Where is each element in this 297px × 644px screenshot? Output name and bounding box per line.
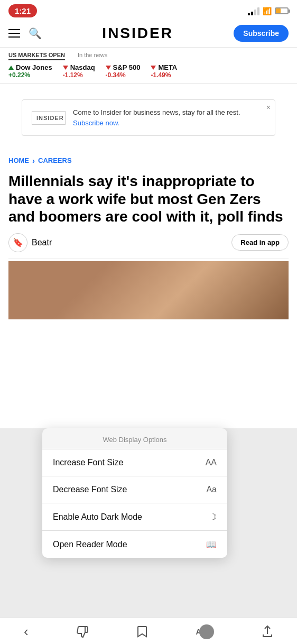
moon-icon: ☽ xyxy=(209,512,217,522)
ticker-dow-change: +0.22% xyxy=(8,71,30,79)
ad-subscribe-link[interactable]: Subscribe now. xyxy=(73,119,119,127)
article-image-placeholder xyxy=(8,261,289,319)
menu-button[interactable] xyxy=(8,29,20,38)
arrow-up-icon xyxy=(8,66,14,70)
ticker-sp500-change: -0.34% xyxy=(106,71,126,79)
article-image xyxy=(8,261,289,319)
reader-mode-item[interactable]: Open Reader Mode 📖 xyxy=(42,531,227,558)
web-display-menu: Web Display Options Increase Font Size A… xyxy=(42,428,227,558)
arrow-down-icon xyxy=(63,66,68,70)
wifi-icon: 📶 xyxy=(263,7,272,15)
decrease-font-size-label: Decrease Font Size xyxy=(53,485,127,494)
ad-banner: × INSIDER Come to Insider for business n… xyxy=(22,99,275,136)
arrow-down-icon-meta xyxy=(151,66,156,70)
subscribe-button[interactable]: Subscribe xyxy=(234,25,289,42)
thumbs-down-button[interactable] xyxy=(71,625,94,638)
search-icon[interactable]: 🔍 xyxy=(29,27,42,40)
ticker-dow-name: Dow Jones xyxy=(16,63,52,71)
article-meta: 🔖 Beatr Read in app xyxy=(8,233,289,259)
status-icons: 📶 xyxy=(248,7,289,15)
markets-labels: US MARKETS OPEN In the news xyxy=(8,52,289,60)
markets-label-open[interactable]: US MARKETS OPEN xyxy=(8,52,65,60)
ticker-nasdaq-name: Nasdaq xyxy=(70,63,95,71)
markets-label-news[interactable]: In the news xyxy=(78,52,107,60)
status-bar: 1:21 📶 xyxy=(0,0,297,20)
breadcrumb-home[interactable]: HOME xyxy=(8,157,29,164)
ticker-meta: META -1.49% xyxy=(151,63,177,79)
increase-font-icon: AA xyxy=(206,458,217,467)
battery-icon xyxy=(275,7,289,14)
ticker-nasdaq-change: -1.12% xyxy=(63,71,83,79)
read-in-app-button[interactable]: Read in app xyxy=(231,234,289,251)
header: 🔍 INSIDER Subscribe xyxy=(0,20,297,48)
ad-area: × INSIDER Come to Insider for business n… xyxy=(0,84,297,146)
status-time: 1:21 xyxy=(8,4,37,17)
ticker-dow: Dow Jones +0.22% xyxy=(8,63,52,79)
share-button[interactable] xyxy=(256,625,279,638)
bookmark-button[interactable]: 🔖 xyxy=(8,233,27,252)
article-area: HOME › CAREERS Millennials say it's inap… xyxy=(0,146,297,319)
web-display-title: Web Display Options xyxy=(42,428,227,449)
markets-tickers: Dow Jones +0.22% Nasdaq -1.12% S&P 500 -… xyxy=(8,63,289,79)
bottom-nav: ‹ A xyxy=(0,618,297,644)
signal-bars-icon xyxy=(248,7,259,15)
back-button[interactable]: ‹ xyxy=(18,623,34,640)
breadcrumb-careers[interactable]: CAREERS xyxy=(38,157,72,164)
header-left: 🔍 xyxy=(8,27,42,40)
auto-dark-mode-label: Enable Auto Dark Mode xyxy=(53,512,142,522)
ad-close-button[interactable]: × xyxy=(266,103,271,112)
ticker-sp500: S&P 500 -0.34% xyxy=(106,63,141,79)
increase-font-size-item[interactable]: Increase Font Size AA xyxy=(42,449,227,476)
auto-dark-mode-item[interactable]: Enable Auto Dark Mode ☽ xyxy=(42,503,227,531)
markets-bar: US MARKETS OPEN In the news Dow Jones +0… xyxy=(0,48,297,84)
author-area: 🔖 Beatr xyxy=(8,233,52,252)
decrease-font-size-item[interactable]: Decrease Font Size Aa xyxy=(42,476,227,503)
book-icon: 📖 xyxy=(206,539,217,549)
ad-logo: INSIDER xyxy=(32,111,66,125)
site-title: INSIDER xyxy=(102,25,173,42)
reader-mode-label: Open Reader Mode xyxy=(53,540,127,549)
arrow-down-icon-sp xyxy=(106,66,111,70)
bookmark-nav-button[interactable] xyxy=(131,625,153,638)
ticker-sp500-name: S&P 500 xyxy=(113,63,141,71)
ticker-nasdaq: Nasdaq -1.12% xyxy=(63,63,95,79)
breadcrumb-separator: › xyxy=(32,156,35,165)
decrease-font-icon: Aa xyxy=(206,485,217,494)
ticker-meta-change: -1.49% xyxy=(151,71,171,79)
author-name: Beatr xyxy=(32,238,52,247)
text-size-icon: A xyxy=(196,624,214,639)
ad-text: Come to Insider for business news, stay … xyxy=(73,107,265,128)
text-size-button[interactable]: A xyxy=(190,624,219,639)
ticker-meta-name: META xyxy=(158,63,177,71)
increase-font-size-label: Increase Font Size xyxy=(53,458,123,467)
breadcrumb: HOME › CAREERS xyxy=(8,156,289,165)
article-title: Millennials say it's inappropriate to ha… xyxy=(8,172,289,226)
